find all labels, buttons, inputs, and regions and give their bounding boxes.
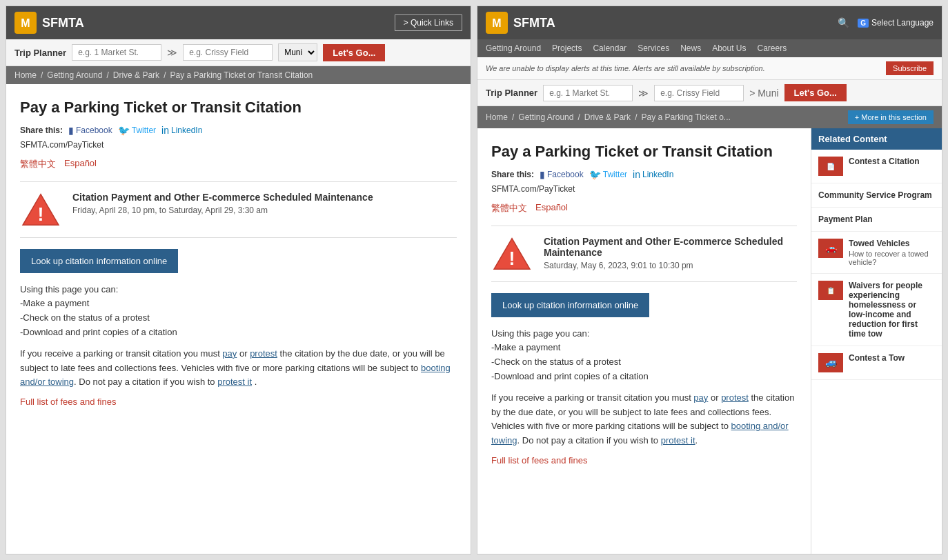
sidebar-item-waivers[interactable]: 📋 Waivers for people experiencing homele… (811, 274, 942, 346)
right-spanish-link[interactable]: Español (535, 202, 568, 214)
right-breadcrumb-home[interactable]: Home (486, 112, 508, 122)
breadcrumb-getting-around[interactable]: Getting Around (47, 70, 102, 80)
left-go-button[interactable]: Let's Go... (323, 44, 385, 61)
left-linkedin-link[interactable]: in LinkedIn (161, 125, 202, 136)
right-maintenance-box: ! Citation Payment and Other E-commerce … (491, 226, 797, 282)
left-maintenance-title: Citation Payment and Other E-commerce Sc… (72, 192, 373, 203)
right-linkedin-icon: in (633, 169, 640, 180)
right-warning-icon: ! (491, 236, 533, 272)
search-icon[interactable]: 🔍 (838, 17, 849, 28)
right-content-area: Pay a Parking Ticket or Transit Citation… (477, 128, 811, 554)
left-maintenance-date: Friday, April 28, 10 pm, to Saturday, Ap… (72, 206, 373, 215)
right-nav-bar: Getting Around Projects Calendar Service… (477, 39, 942, 57)
left-protest-link[interactable]: protest (250, 348, 277, 359)
subscribe-button[interactable]: Subscribe (886, 61, 934, 75)
right-share-label: Share this: (491, 170, 534, 179)
left-page-title: Pay a Parking Ticket or Transit Citation (20, 98, 457, 118)
left-site-name: SFMTA (42, 16, 84, 30)
right-breadcrumb-getting-around[interactable]: Getting Around (518, 112, 573, 122)
breadcrumb-drive-park[interactable]: Drive & Park (113, 70, 159, 80)
right-body-text: If you receive a parking or transit cita… (491, 391, 797, 448)
right-logo-group: M SFMTA (486, 12, 555, 34)
left-chinese-link[interactable]: 繁體中文 (20, 158, 56, 170)
right-lookup-button[interactable]: Look up citation information online (491, 293, 649, 317)
right-sidebar: Related Content 📄 Contest a Citation Com… (811, 128, 942, 554)
quick-links-button[interactable]: > Quick Links (395, 14, 462, 31)
right-logo-icon: M (486, 12, 508, 34)
right-to-input[interactable] (654, 85, 744, 101)
left-share-label: Share this: (20, 126, 63, 135)
svg-text:🚙: 🚙 (825, 357, 838, 368)
nav-services[interactable]: Services (638, 42, 669, 54)
right-pay-link[interactable]: pay (693, 392, 708, 403)
left-protest-it-link[interactable]: protest it (217, 377, 252, 387)
left-panel: M SFMTA > Quick Links Trip Planner ≫ Mun… (6, 6, 471, 554)
right-panel: M SFMTA 🔍 G Select Language Getting Arou… (477, 6, 942, 554)
sidebar-item-community-service[interactable]: Community Service Program (811, 183, 942, 208)
left-arrow-icon: ≫ (167, 47, 177, 58)
svg-text:🚗: 🚗 (825, 242, 838, 254)
left-full-list-link[interactable]: Full list of fees and fines (20, 397, 116, 407)
right-protest-it-link[interactable]: protest it (661, 435, 695, 446)
right-facebook-icon: ▮ (540, 169, 545, 180)
right-go-button[interactable]: Let's Go... (784, 84, 847, 101)
left-trip-label: Trip Planner (14, 48, 66, 58)
left-header: M SFMTA > Quick Links (6, 6, 471, 39)
contest-citation-thumb: 📄 (818, 157, 843, 176)
right-trip-planner: Trip Planner ≫ > Muni Let's Go... (477, 80, 942, 106)
nav-news[interactable]: News (680, 42, 701, 54)
nav-getting-around[interactable]: Getting Around (486, 42, 541, 54)
right-breadcrumb-drive-park[interactable]: Drive & Park (584, 112, 631, 122)
breadcrumb-home[interactable]: Home (14, 70, 37, 80)
left-facebook-link[interactable]: ▮ Facebook (68, 125, 112, 136)
svg-text:M: M (21, 17, 30, 29)
svg-text:!: ! (509, 248, 515, 268)
select-language-button[interactable]: G Select Language (858, 18, 934, 28)
left-spanish-link[interactable]: Español (64, 158, 97, 170)
right-maintenance-text: Citation Payment and Other E-commerce Sc… (544, 236, 797, 270)
nav-calendar[interactable]: Calendar (593, 42, 626, 54)
right-site-name: SFMTA (513, 16, 555, 30)
more-section-button[interactable]: + More in this section (848, 110, 934, 124)
left-content-area: Pay a Parking Ticket or Transit Citation… (6, 84, 471, 554)
left-lang-links: 繁體中文 Español (20, 158, 457, 170)
right-lang-links: 繁體中文 Español (491, 202, 797, 214)
right-twitter-link[interactable]: 🐦 Twitter (589, 169, 627, 180)
left-from-input[interactable] (72, 44, 161, 61)
left-share-row: Share this: ▮ Facebook 🐦 Twitter in Link… (20, 125, 457, 136)
right-protest-link[interactable]: protest (721, 392, 749, 403)
breadcrumb-current: Pay a Parking Ticket or Transit Citation (170, 70, 313, 80)
left-body-text: If you receive a parking or transit cita… (20, 347, 457, 390)
nav-about[interactable]: About Us (712, 42, 746, 54)
nav-projects[interactable]: Projects (552, 42, 582, 54)
right-header: M SFMTA 🔍 G Select Language (477, 6, 942, 39)
waivers-thumb: 📋 (818, 281, 843, 300)
sidebar-item-contest-citation[interactable]: 📄 Contest a Citation (811, 150, 942, 183)
linkedin-icon: in (161, 125, 169, 136)
sidebar-item-contest-tow[interactable]: 🚙 Contest a Tow (811, 346, 942, 380)
right-share-row: Share this: ▮ Facebook 🐦 Twitter in Link… (491, 169, 797, 180)
right-breadcrumb-current: Pay a Parking Ticket o... (641, 112, 730, 122)
towed-vehicles-thumb: 🚗 (818, 239, 843, 258)
right-from-input[interactable] (543, 85, 633, 101)
sidebar-item-payment-plan[interactable]: Payment Plan (811, 208, 942, 232)
right-full-list-link[interactable]: Full list of fees and fines (491, 455, 587, 466)
right-maintenance-date: Saturday, May 6, 2023, 9:01 to 10:30 pm (544, 261, 797, 270)
right-chinese-link[interactable]: 繁體中文 (491, 202, 527, 214)
twitter-icon: 🐦 (118, 125, 130, 136)
right-alert-bar: We are unable to display alerts at this … (477, 57, 942, 80)
nav-careers[interactable]: Careers (758, 42, 787, 54)
left-mode-select[interactable]: Muni (278, 43, 317, 61)
right-linkedin-link[interactable]: in LinkedIn (633, 169, 673, 180)
left-to-input[interactable] (183, 44, 273, 61)
left-logo-group: M SFMTA (14, 12, 84, 34)
sidebar-item-towed-vehicles[interactable]: 🚗 Towed Vehicles How to recover a towed … (811, 232, 942, 274)
contest-tow-thumb: 🚙 (818, 353, 843, 372)
left-twitter-link[interactable]: 🐦 Twitter (118, 125, 156, 136)
svg-text:📄: 📄 (827, 162, 836, 171)
svg-text:M: M (492, 17, 501, 29)
right-facebook-link[interactable]: ▮ Facebook (540, 169, 584, 180)
right-page-title: Pay a Parking Ticket or Transit Citation (491, 142, 797, 162)
left-pay-link[interactable]: pay (222, 348, 237, 359)
left-lookup-button[interactable]: Look up citation information online (20, 249, 178, 273)
